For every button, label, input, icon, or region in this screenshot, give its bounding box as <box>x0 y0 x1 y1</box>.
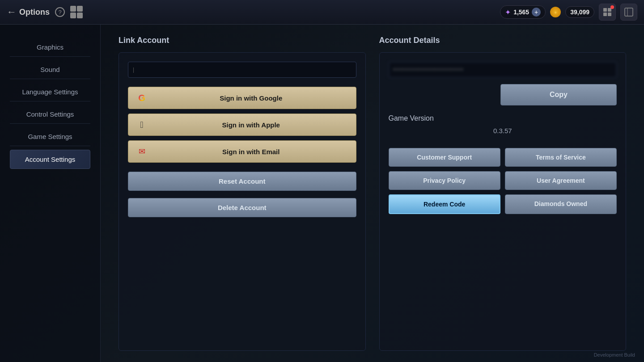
bottom-buttons-grid: Customer Support Terms of Service Privac… <box>389 148 617 214</box>
email-signin-label: Sign in with Email <box>153 148 349 156</box>
apple-icon:  <box>136 118 148 131</box>
svg-rect-4 <box>625 8 633 16</box>
user-id-text: | <box>133 67 134 73</box>
options-title: Options <box>19 8 50 17</box>
profile-icon <box>624 7 634 17</box>
add-stars-button[interactable]: + <box>532 8 541 17</box>
sidebar-item-sound[interactable]: Sound <box>10 60 90 79</box>
sidebar-item-account[interactable]: Account Settings <box>10 150 90 169</box>
back-arrow-icon: ← <box>7 6 17 18</box>
apple-signin-button[interactable]:  Sign in with Apple <box>128 114 356 136</box>
link-account-panel: Link Account | G Sign in with Google  <box>119 36 366 351</box>
account-details-title: Account Details <box>379 36 627 45</box>
reset-delete-group: Reset Account Delete Account <box>128 172 356 221</box>
diamonds-owned-button[interactable]: Diamonds Owned <box>505 194 617 214</box>
coins-value: 39,099 <box>570 8 589 16</box>
apple-signin-label: Sign in with Apple <box>153 121 349 129</box>
dev-build-label: Development Build <box>594 352 635 358</box>
content-area: Link Account | G Sign in with Google  <box>101 25 644 362</box>
coins-currency-block: 39,099 <box>565 6 594 18</box>
copy-button[interactable]: Copy <box>500 84 617 105</box>
google-icon: G <box>136 92 148 104</box>
link-account-inner: | G Sign in with Google  Sign in with A… <box>119 52 366 351</box>
google-signin-button[interactable]: G Sign in with Google <box>128 87 356 109</box>
stars-currency-block: ✦ 1,565 + <box>500 5 546 19</box>
grid-squares-icon <box>603 8 612 17</box>
email-signin-button[interactable]: ✉ Sign in with Email <box>128 140 356 163</box>
delete-account-button[interactable]: Delete Account <box>128 198 356 217</box>
customer-support-button[interactable]: Customer Support <box>389 148 500 167</box>
topbar-right: ✦ 1,565 + ● 39,099 <box>500 4 637 21</box>
main-content: Graphics Sound Language Settings Control… <box>0 25 644 362</box>
reset-account-button[interactable]: Reset Account <box>128 172 356 191</box>
sidebar-item-control[interactable]: Control Settings <box>10 105 90 124</box>
google-signin-label: Sign in with Google <box>153 94 349 102</box>
topbar-left: ← Options ? <box>7 6 83 18</box>
account-details-inner: •••••••••••••••••••••• Copy Game Version… <box>379 52 627 351</box>
svg-rect-3 <box>608 13 611 16</box>
sign-in-group: G Sign in with Google  Sign in with App… <box>128 87 356 163</box>
game-version-label: Game Version <box>389 114 617 122</box>
stars-value: 1,565 <box>513 8 529 16</box>
sidebar-item-game[interactable]: Game Settings <box>10 127 90 146</box>
user-agreement-button[interactable]: User Agreement <box>505 171 617 190</box>
terms-of-service-button[interactable]: Terms of Service <box>505 148 617 167</box>
link-account-title: Link Account <box>119 36 366 45</box>
account-details-panel: Account Details •••••••••••••••••••••• C… <box>379 36 627 351</box>
svg-rect-2 <box>603 13 607 16</box>
account-id-blurred-bar: •••••••••••••••••••••• <box>389 62 617 78</box>
sidebar: Graphics Sound Language Settings Control… <box>0 25 101 362</box>
grid-cell <box>77 6 83 12</box>
account-id-blurred-text: •••••••••••••••••••••• <box>394 67 464 73</box>
sidebar-item-graphics[interactable]: Graphics <box>10 38 90 57</box>
svg-rect-0 <box>603 8 607 12</box>
user-id-bar: | <box>128 62 356 78</box>
redeem-code-button[interactable]: Redeem Code <box>389 194 500 214</box>
profile-button[interactable] <box>620 4 637 21</box>
email-icon: ✉ <box>136 145 148 158</box>
grid-cell <box>70 13 76 18</box>
topbar: ← Options ? ✦ 1,565 + ● 39,099 <box>0 0 644 25</box>
grid-view-button[interactable] <box>599 4 616 21</box>
grid-cell <box>70 6 76 12</box>
star-icon: ✦ <box>505 8 511 17</box>
coin-icon: ● <box>550 7 561 17</box>
grid-icon[interactable] <box>70 6 83 18</box>
sidebar-item-language[interactable]: Language Settings <box>10 83 90 101</box>
privacy-policy-button[interactable]: Privacy Policy <box>389 171 500 190</box>
notification-dot <box>610 5 614 9</box>
version-number: 0.3.57 <box>389 127 617 135</box>
grid-cell <box>77 13 83 18</box>
back-button[interactable]: ← Options <box>7 6 50 18</box>
help-icon[interactable]: ? <box>55 7 65 17</box>
